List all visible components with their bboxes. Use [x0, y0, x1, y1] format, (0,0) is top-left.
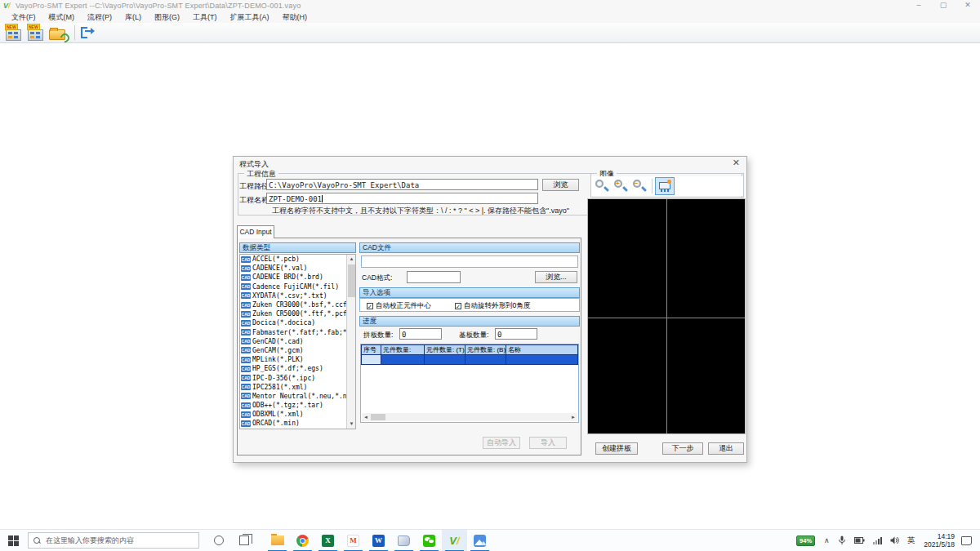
tray-expand-chevron-icon[interactable]: ∧	[824, 536, 830, 544]
board-preview-canvas[interactable]	[587, 198, 746, 434]
list-item[interactable]: CADFabmaster(*.fatf;*.fab;*.fat)	[240, 328, 346, 337]
menu-library[interactable]: 库(L)	[118, 11, 148, 23]
col-qty-bottom[interactable]: 元件数量: (B)	[466, 344, 506, 355]
taskbar-search-input[interactable]: 在这里输入你要搜索的内容	[28, 532, 199, 549]
taskbar-excel[interactable]: X	[315, 530, 341, 551]
list-item[interactable]: CADXYDATA(*.csv;*.txt)	[240, 291, 346, 300]
list-item[interactable]: CADODBXML(*.xml)	[240, 410, 346, 419]
list-item[interactable]: CADCadence FujiCAM(*.fil)	[240, 282, 346, 291]
taskbar-notes[interactable]	[391, 530, 416, 551]
import-button[interactable]: 导入	[529, 437, 567, 449]
new-board-button[interactable]: NEW	[4, 24, 24, 42]
battery-status-badge[interactable]: 94%	[796, 535, 815, 546]
project-name-input[interactable]: ZPT-DEMO-001	[266, 193, 538, 204]
cad-input-tab-panel: 数据类型 CADACCEL(*.pcb) CADCADENCE(*.val) C…	[237, 238, 581, 455]
table-horizontal-scrollbar[interactable]: ◄ ►	[362, 413, 577, 421]
list-item[interactable]: CADCADENCE BRD(*.brd)	[240, 273, 346, 282]
list-item[interactable]: CADCADENCE(*.val)	[240, 264, 346, 273]
open-project-button[interactable]	[48, 24, 68, 42]
taskbar-mail[interactable]: M	[341, 530, 366, 551]
table-header-row: 序号 元件数量: 元件数量: (T) 元件数量: (B) 名称	[361, 344, 578, 355]
list-item[interactable]: CADODB++(*.tgz;*.tar)	[240, 401, 346, 410]
col-name[interactable]: 名称	[506, 344, 578, 355]
cortana-button[interactable]	[206, 530, 231, 551]
notification-center-icon[interactable]	[961, 536, 972, 545]
menu-tools[interactable]: 工具(T)	[186, 11, 224, 23]
taskbar-word[interactable]: W	[366, 530, 391, 551]
start-button[interactable]	[0, 530, 26, 551]
list-item[interactable]: CADZuken CR5000(*.ftf,*.pcf)	[240, 309, 346, 318]
cad-file-icon: CAD	[241, 393, 251, 399]
auto-import-button[interactable]: 自动导入	[483, 437, 520, 449]
scroll-up-icon[interactable]: ▲	[347, 255, 356, 264]
menu-graphics[interactable]: 图形(G)	[148, 11, 186, 23]
cad-file-input[interactable]	[361, 256, 578, 268]
menu-file[interactable]: 文件(F)	[5, 11, 42, 23]
list-item[interactable]: CADGenCAD(*.cad)	[240, 337, 346, 346]
list-item[interactable]: CADZuken CR3000(*.bsf,*.ccf,*.m...	[240, 300, 346, 309]
panel-qty-input[interactable]: 0	[399, 328, 442, 340]
minimize-button[interactable]: –	[906, 0, 931, 11]
base-qty-input[interactable]: 0	[495, 328, 537, 340]
path-browse-button[interactable]: 浏览	[542, 179, 579, 191]
network-signal-icon[interactable]	[873, 537, 882, 544]
checkbox-checked-icon[interactable]: ✓	[455, 303, 461, 309]
list-item[interactable]: CADMPLink(*.PLK)	[240, 355, 346, 364]
tray-clock[interactable]: 14:19 2021/5/18	[924, 532, 955, 549]
component-view-button[interactable]	[655, 177, 675, 195]
list-item[interactable]: CADACCEL(*.pcb)	[240, 255, 346, 264]
checkbox-checked-icon[interactable]: ✓	[367, 303, 373, 309]
exit-button[interactable]	[79, 26, 96, 39]
zoom-in-button[interactable]: +	[612, 178, 630, 194]
data-types-list[interactable]: CADACCEL(*.pcb) CADCADENCE(*.val) CADCAD…	[239, 254, 356, 429]
cad-format-input[interactable]	[407, 271, 461, 283]
list-item[interactable]: CADDocica(*.docica)	[240, 318, 346, 327]
col-index[interactable]: 序号	[361, 344, 381, 355]
scroll-left-icon[interactable]: ◄	[362, 413, 370, 421]
dialog-close-icon[interactable]: ✕	[733, 158, 740, 167]
tab-cad-input[interactable]: CAD Input	[237, 225, 274, 238]
scroll-right-icon[interactable]: ►	[569, 413, 577, 421]
scroll-down-icon[interactable]: ▼	[347, 420, 356, 429]
scrollbar-thumb[interactable]	[348, 264, 355, 297]
taskbar-browser[interactable]	[290, 530, 315, 551]
table-row[interactable]	[361, 355, 578, 365]
create-panel-button[interactable]: 创建拼板	[595, 442, 638, 455]
microphone-icon[interactable]	[838, 535, 846, 545]
scrollbar-thumb[interactable]	[371, 414, 385, 420]
zoom-fit-button[interactable]	[593, 178, 611, 194]
list-item[interactable]: CADORCAD(*.min)	[240, 419, 346, 428]
cad-browse-button[interactable]: 浏览...	[535, 271, 577, 283]
menu-extended-tools[interactable]: 扩展工具(A)	[224, 11, 276, 23]
list-item[interactable]: CADMentor Neutral(*.neu,*.net,*...	[240, 392, 346, 401]
cad-format-label: CAD格式:	[362, 273, 392, 283]
maximize-button[interactable]: ▢	[931, 0, 956, 11]
list-item[interactable]: CADIPC2581(*.xml)	[240, 383, 346, 392]
list-item[interactable]: CADGenCAM(*.gcm)	[240, 346, 346, 355]
menu-help[interactable]: 帮助(H)	[276, 11, 314, 23]
list-item[interactable]: CADHP_EGS(*.df;*.egs)	[240, 364, 346, 373]
list-vertical-scrollbar[interactable]: ▲ ▼	[346, 255, 355, 429]
taskbar-file-explorer[interactable]	[265, 530, 290, 551]
option-auto-center[interactable]: ✓ 自动校正元件中心	[367, 301, 431, 311]
zoom-out-button[interactable]: −	[630, 178, 648, 194]
project-path-input[interactable]: C:\VayoPro\VayoPro-SMT Expert\Data	[266, 179, 538, 190]
task-view-button[interactable]	[231, 530, 256, 551]
ime-language-indicator[interactable]: 英	[907, 535, 915, 546]
close-button[interactable]: ✕	[956, 0, 980, 11]
next-step-button[interactable]: 下一步	[662, 442, 703, 455]
col-qty[interactable]: 元件数量:	[381, 344, 425, 355]
battery-icon[interactable]	[854, 537, 865, 544]
menu-mode[interactable]: 模式(M)	[42, 11, 82, 23]
taskbar-cloud-app[interactable]	[467, 530, 492, 551]
list-item[interactable]: CADIPC-D-356(*.ipc)	[240, 373, 346, 382]
menu-process[interactable]: 流程(P)	[81, 11, 118, 23]
option-auto-rotate[interactable]: ✓ 自动旋转外形到0角度	[455, 301, 530, 311]
new-panel-button[interactable]: NEW	[26, 24, 46, 42]
exit-dialog-button[interactable]: 退出	[708, 442, 744, 455]
taskbar-wechat[interactable]	[416, 530, 442, 551]
browser-icon	[296, 535, 309, 547]
speaker-icon[interactable]	[890, 536, 899, 544]
col-qty-top[interactable]: 元件数量: (T)	[425, 344, 466, 355]
taskbar-vayo-active[interactable]: V/	[442, 530, 467, 551]
